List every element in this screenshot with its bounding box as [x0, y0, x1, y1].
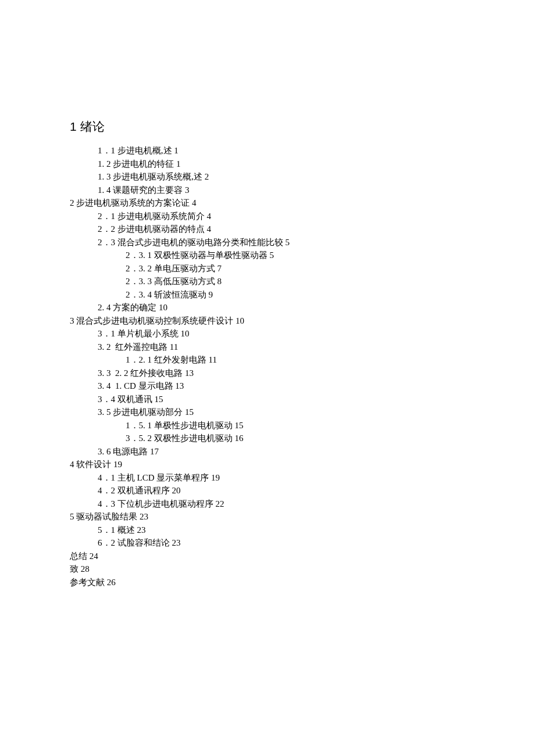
toc-entry: 2 步进电机驱动系统的方案论证 4	[70, 196, 465, 210]
toc-entry: 1．1 步进电机概,述 1	[70, 144, 465, 157]
toc-entry: 3．4 双机通讯 15	[70, 393, 465, 406]
toc-entry: 6．2 试脸容和结论 23	[70, 536, 465, 550]
toc-entry: 2．2 步进电机驱动器的特点 4	[70, 223, 465, 236]
toc-entry: 1．5. 1 单极性步进电机驱动 15	[70, 419, 465, 432]
toc-entry: 2．3. 4 斩波恒流驱动 9	[70, 288, 465, 302]
toc-entry: 2．3 混合式步进电机的驱动电路分类和性能比较 5	[70, 236, 465, 249]
toc-entry: 3. 5 步进电机驱动部分 15	[70, 406, 465, 419]
toc-entry: 3. 2 红外遥控电路 11	[70, 341, 465, 354]
toc-entry: 5 驱动器试脸结果 23	[70, 510, 465, 524]
toc-entry: 3 混合式步进电动机驱动控制系统硬件设计 10	[70, 314, 465, 328]
toc-entry: 1．2. 1 红外发射电路 11	[70, 353, 465, 367]
toc-entry: 3. 3 2. 2 红外接收电路 13	[70, 367, 465, 380]
toc-entry: 4．3 下位机步进电机驱动程序 22	[70, 497, 465, 511]
toc-entry: 2. 4 方案的确定 10	[70, 301, 465, 314]
toc-entry: 2．1 步进电机驱动系统简介 4	[70, 210, 465, 223]
table-of-contents: 1．1 步进电机概,述 11. 2 步进电机的特征 11. 3 步进电机驱动系统…	[70, 144, 465, 589]
toc-entry: 4．2 双机通讯程序 20	[70, 484, 465, 497]
toc-entry: 3．5. 2 双极性步进电机驱动 16	[70, 432, 465, 445]
toc-entry: 2．3. 2 单电压驱动方式 7	[70, 262, 465, 275]
toc-entry: 3. 4 1. CD 显示电路 13	[70, 379, 465, 393]
toc-entry: 2．3. 3 高低压驱动方式 8	[70, 275, 465, 288]
toc-entry: 4 软件设计 19	[70, 458, 465, 471]
toc-entry: 4．1 主机 LCD 显示菜单程序 19	[70, 471, 465, 485]
toc-entry: 1. 2 步进电机的特征 1	[70, 157, 465, 171]
toc-entry: 参考文献 26	[70, 576, 465, 589]
toc-entry: 2．3. 1 双极性驱动器与单极性驱动器 5	[70, 249, 465, 262]
toc-entry: 3．1 单片机最小系统 10	[70, 327, 465, 341]
document-title: 1 绪论	[70, 119, 465, 135]
toc-entry: 致 28	[70, 562, 465, 576]
toc-entry: 3. 6 电源电路 17	[70, 445, 465, 458]
toc-entry: 1. 4 课题研究的主要容 3	[70, 184, 465, 197]
toc-entry: 5．1 概述 23	[70, 524, 465, 537]
toc-entry: 1. 3 步进电机驱动系统概,述 2	[70, 170, 465, 184]
toc-entry: 总结 24	[70, 550, 465, 563]
